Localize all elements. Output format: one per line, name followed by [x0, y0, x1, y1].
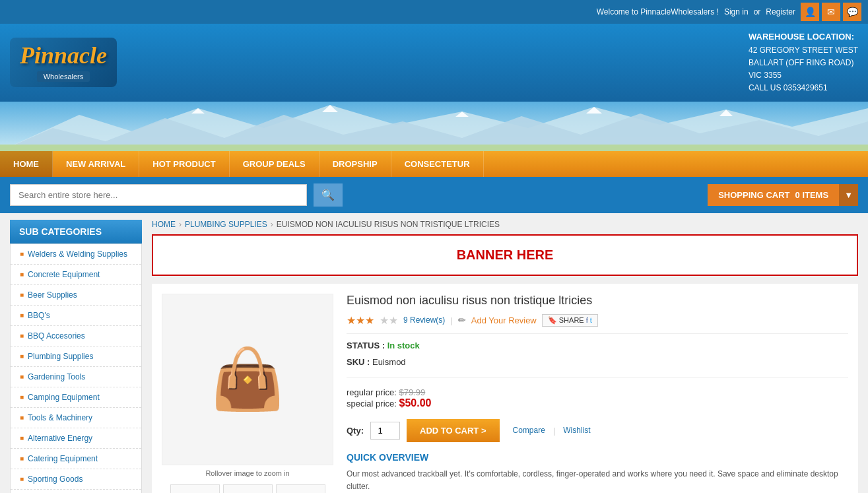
breadcrumb-home[interactable]: HOME [152, 220, 176, 229]
logo: Pinnacle Wholesalers [10, 38, 117, 87]
bullet-icon: ■ [20, 393, 24, 401]
fb-icon: f [586, 316, 588, 324]
bullet-icon: ■ [20, 271, 24, 278]
add-review-link[interactable]: Add Your Review [471, 315, 537, 325]
quick-overview-title: QUICK OVERVIEW [347, 452, 848, 463]
search-input[interactable] [10, 184, 307, 206]
product-images: 👜 Rollover image to zoom in ‹ 👢 👠 👜 › [162, 294, 333, 493]
bookmark-icon: 🔖 [548, 316, 557, 325]
nav-new-arrival[interactable]: NEW ARRIVAL [53, 151, 139, 177]
sidebar-item-bbq-accessories[interactable]: ■BBQ Accesories [11, 326, 141, 346]
compare-link[interactable]: Compare [513, 426, 545, 436]
sidebar-item-tools[interactable]: ■Tools & Machinery [11, 408, 141, 428]
warehouse-address3: VIC 3355 [749, 69, 858, 82]
cart-arrow-icon: ▼ [839, 184, 858, 206]
special-price-value: $50.00 [399, 397, 432, 409]
nav-dropship[interactable]: DROPSHIP [319, 151, 391, 177]
qty-input[interactable] [370, 422, 400, 440]
warehouse-address1: 42 GREGORY STREET WEST [749, 44, 858, 57]
user-icon[interactable]: 👤 [801, 3, 819, 21]
thumbnail-2[interactable]: 👠 [223, 484, 273, 493]
nav-bar: HOME NEW ARRIVAL HOT PRODUCT GROUP DEALS… [0, 151, 868, 177]
search-bar: 🔍 SHOPPING CART 0 ITEMS ▼ [0, 177, 868, 213]
bullet-icon: ■ [20, 250, 24, 257]
stars-empty: ★★ [380, 314, 398, 327]
nav-group-deals[interactable]: GROUP DEALS [230, 151, 319, 177]
product-area: 👜 Rollover image to zoom in ‹ 👢 👠 👜 › Eu… [152, 284, 858, 493]
search-button[interactable]: 🔍 [314, 183, 343, 207]
sku-value: Euismod [372, 357, 406, 367]
main-image-placeholder: 👜 [211, 345, 284, 414]
warehouse-address2: BALLART (OFF RING ROAD) [749, 57, 858, 69]
sku-row: SKU : Euismod [347, 357, 848, 378]
share-button[interactable]: 🔖 SHARE f t [542, 314, 598, 327]
register-link[interactable]: Register [766, 7, 795, 16]
product-title: Euismod non iaculisu risus non tristique… [347, 294, 848, 308]
mountain-svg [0, 102, 868, 151]
reviews-link[interactable]: 9 Review(s) [403, 315, 445, 325]
action-sep: | [553, 426, 555, 436]
breadcrumb-sep2: › [271, 220, 273, 229]
regular-price-value: $79.99 [399, 387, 426, 397]
header: Pinnacle Wholesalers WAREHOUSE LOCATION:… [0, 24, 868, 102]
sign-in-link[interactable]: Sign in [724, 7, 749, 16]
sidebar-item-4wd[interactable]: ■4WD Accesories [11, 490, 141, 493]
thumbnail-3[interactable]: 👜 [276, 484, 325, 493]
nav-home[interactable]: HOME [0, 151, 53, 177]
sidebar-item-catering[interactable]: ■Catering Equipment [11, 449, 141, 469]
sidebar-item-welders[interactable]: ■Welders & Welding Supplies [11, 244, 141, 265]
main-product-image: 👜 [162, 294, 333, 465]
product-details: Euismod non iaculisu risus non tristique… [347, 294, 848, 493]
sidebar-item-sporting[interactable]: ■Sporting Goods [11, 469, 141, 490]
sidebar-item-camping[interactable]: ■Camping Equipment [11, 387, 141, 408]
email-icon[interactable]: ✉ [822, 3, 840, 21]
cart-button[interactable]: SHOPPING CART 0 ITEMS ▼ [708, 184, 858, 206]
rating-row: ★★★ ★★ 9 Review(s) | ✏ Add Your Review 🔖… [347, 314, 848, 334]
breadcrumb: HOME › PLUMBING SUPPLIES › EUISMOD NON I… [152, 220, 858, 229]
nav-consectetur[interactable]: CONSECTETUR [391, 151, 484, 177]
bullet-icon: ■ [20, 455, 24, 462]
mountain-banner [0, 102, 868, 151]
sidebar-item-gardening[interactable]: ■Gardening Tools [11, 367, 141, 387]
content-area: SUB CATEGORIES ■Welders & Welding Suppli… [0, 213, 868, 493]
logo-area: Pinnacle Wholesalers [10, 38, 117, 87]
bullet-icon: ■ [20, 414, 24, 421]
action-links: Compare | Wishlist [513, 426, 591, 436]
wishlist-link[interactable]: Wishlist [563, 426, 590, 436]
status-label: STATUS : [347, 341, 385, 350]
chat-icon[interactable]: 💬 [843, 3, 861, 21]
cart-label: SHOPPING CART [718, 190, 789, 200]
sidebar-item-plumbing[interactable]: ■Plumbing Supplies [11, 346, 141, 367]
bullet-icon: ■ [20, 291, 24, 298]
regular-price-label: regular price: [347, 387, 397, 397]
sidebar-item-beer[interactable]: ■Beer Supplies [11, 285, 141, 306]
bullet-icon: ■ [20, 373, 24, 380]
breadcrumb-plumbing[interactable]: PLUMBING SUPPLIES [185, 220, 267, 229]
banner: BANNER HERE [152, 234, 858, 276]
breadcrumb-sep1: › [179, 220, 182, 229]
special-price-label: special price: [347, 399, 397, 409]
logo-sub: Wholesalers [37, 71, 90, 82]
sidebar-item-bbq[interactable]: ■BBQ's [11, 306, 141, 326]
bullet-icon: ■ [20, 475, 24, 482]
twitter-icon: t [590, 316, 592, 324]
sidebar-item-energy[interactable]: ■Alternative Energy [11, 428, 141, 449]
zoom-hint: Rollover image to zoom in [162, 465, 333, 481]
main-content: HOME › PLUMBING SUPPLIES › EUISMOD NON I… [142, 220, 858, 493]
add-to-cart-button[interactable]: ADD TO CART > [407, 419, 500, 442]
pencil-icon: ✏ [458, 315, 466, 325]
sidebar-item-concrete[interactable]: ■Concrete Equipment [11, 265, 141, 285]
welcome-text: Welcome to PinnacleWholesalers ! [597, 7, 719, 16]
svg-rect-8 [0, 145, 868, 151]
nav-hot-product[interactable]: HOT PRODUCT [139, 151, 229, 177]
qty-row: Qty: ADD TO CART > Compare | Wishlist [347, 419, 848, 442]
logo-text: Pinnacle [20, 43, 107, 69]
rating-sep: | [450, 315, 452, 325]
special-price-row: special price: $50.00 [347, 397, 848, 409]
thumbnail-1[interactable]: 👢 [170, 484, 220, 493]
bullet-icon: ■ [20, 332, 24, 339]
warehouse-label: WAREHOUSE LOCATION: [749, 32, 854, 42]
qty-label: Qty: [347, 426, 364, 436]
sidebar-list: ■Welders & Welding Supplies ■Concrete Eq… [10, 244, 142, 493]
bullet-icon: ■ [20, 352, 24, 360]
